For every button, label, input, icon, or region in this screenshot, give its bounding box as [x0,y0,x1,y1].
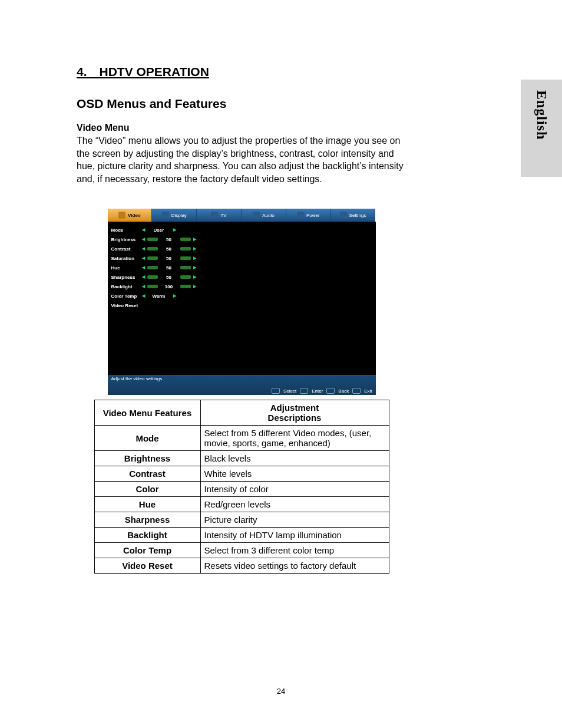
osd-tab-label: TV [220,213,226,218]
osd-row-label: Sharpness [111,275,142,280]
osd-row-label: Video Reset [111,303,142,308]
table-body: ModeSelect from 5 different Video modes,… [94,426,389,574]
slider-bar-icon [147,275,158,279]
table-header-descriptions: Adjustment Descriptions [200,400,389,426]
osd-tab-audio: Audio [242,209,286,222]
slider-bar-icon [147,247,158,251]
feature-name: Brightness [94,451,200,466]
left-arrow-icon: ◀ [142,294,145,298]
osd-hint-text: Adjust the video settings [111,376,372,381]
feature-name: Color [94,482,200,497]
slider-bar-icon [180,266,191,269]
osd-row-label: Backlight [111,284,142,289]
osd-row-mode: Mode◀User▶ [111,225,372,235]
osd-row-video-reset: Video Reset [111,301,372,310]
left-arrow-icon: ◀ [142,246,145,251]
osd-tab-display: Display [152,209,197,222]
osd-row-label: Brightness [111,237,142,242]
slider-bar-icon [180,275,191,279]
osd-tab-label: Video [128,213,141,218]
feature-description: White levels [200,466,389,482]
feature-name: Backlight [94,528,200,543]
body-paragraph: The “Video” menu allows you to adjust th… [77,134,406,185]
chapter-title: 4. HDTV OPERATION [77,65,406,79]
feature-name: Color Temp [94,543,200,558]
feature-name: Hue [94,497,200,512]
slider-bar-icon [147,266,158,269]
osd-row-label: Mode [111,228,142,233]
osd-settings-panel: Mode◀User▶Brightness◀50▶Contrast◀50▶Satu… [108,222,376,375]
tv-icon [211,212,218,219]
hint-label: Select [283,388,296,394]
osd-tab-label: Settings [349,213,366,218]
hint-key-icon [326,388,335,394]
display-icon [162,212,169,219]
osd-row-label: Color Temp [111,294,142,299]
audio-icon [253,212,260,219]
table-row: ColorIntensity of color [94,482,389,497]
video-menu-features-table: Video Menu Features Adjustment Descripti… [94,400,389,574]
hint-label: Back [338,388,349,394]
table-row: SharpnessPicture clarity [94,512,389,528]
osd-row-control: ◀User▶ [142,228,176,233]
video-icon [118,212,125,219]
hint-label: Exit [364,388,372,394]
hint-key-icon [272,388,280,394]
osd-tab-label: Power [306,213,320,218]
table-row: BrightnessBlack levels [94,451,389,466]
left-arrow-icon: ◀ [142,237,145,242]
osd-row-label: Saturation [111,256,142,261]
left-arrow-icon: ◀ [142,265,145,270]
left-arrow-icon: ◀ [142,228,145,232]
osd-row-control: ◀Warm▶ [142,294,176,299]
osd-screenshot: VideoDisplayTVAudioPowerSettings Mode◀Us… [108,209,376,395]
osd-row-contrast: Contrast◀50▶ [111,244,372,253]
feature-name: Sharpness [94,512,200,528]
osd-tab-tv: TV [197,209,242,222]
table-row: Video ResetResets video settings to fact… [94,558,389,574]
right-arrow-icon: ▶ [193,284,196,289]
osd-value: 50 [160,265,178,271]
osd-tab-power: Power [286,209,331,222]
osd-row-control: ◀50▶ [142,256,196,261]
table-row: BacklightIntensity of HDTV lamp illumina… [94,528,389,543]
osd-row-label: Contrast [111,246,142,252]
osd-hint-buttons: SelectEnterBackExit [111,388,372,394]
osd-tab-label: Display [171,213,187,218]
hint-key-icon [352,388,361,394]
osd-row-control: ◀50▶ [142,237,196,242]
page-content: 4. HDTV OPERATION OSD Menus and Features… [0,0,459,574]
osd-tab-video: Video [108,209,153,222]
feature-description: Red/green levels [200,497,389,512]
osd-tab-bar: VideoDisplayTVAudioPowerSettings [108,209,376,222]
osd-row-control: ◀50▶ [142,275,196,280]
right-arrow-icon: ▶ [173,294,176,298]
right-arrow-icon: ▶ [193,275,196,279]
feature-name: Contrast [94,466,200,482]
feature-description: Select from 3 different color temp [200,543,389,558]
slider-bar-icon [180,238,191,241]
osd-row-saturation: Saturation◀50▶ [111,253,372,263]
osd-value: 50 [160,275,178,280]
table-row: Color TempSelect from 3 different color … [94,543,389,558]
osd-row-label: Hue [111,265,142,271]
feature-name: Mode [94,426,200,451]
right-arrow-icon: ▶ [193,265,196,270]
feature-description: Intensity of HDTV lamp illumination [200,528,389,543]
right-arrow-icon: ▶ [173,228,176,232]
feature-description: Black levels [200,451,389,466]
osd-row-backlight: Backlight◀100▶ [111,282,372,291]
osd-row-control: ◀50▶ [142,246,196,252]
osd-row-color-temp: Color Temp◀Warm▶ [111,291,372,301]
osd-row-brightness: Brightness◀50▶ [111,235,372,244]
table-row: ModeSelect from 5 different Video modes,… [94,426,389,451]
feature-description: Select from 5 different Video modes, (us… [200,426,389,451]
slider-bar-icon [147,238,158,241]
left-arrow-icon: ◀ [142,284,145,289]
slider-bar-icon [147,256,158,260]
slider-bar-icon [180,285,191,288]
osd-value: Warm [147,294,171,299]
table-header-features: Video Menu Features [94,400,200,426]
right-arrow-icon: ▶ [193,256,196,261]
osd-value: User [147,228,171,233]
